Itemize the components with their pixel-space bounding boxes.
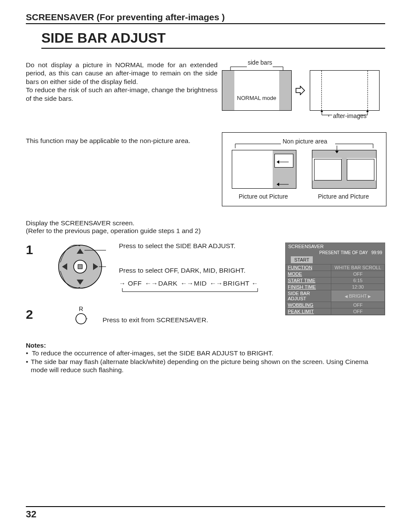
step1-num: 1: [26, 241, 47, 257]
osd-row6-val: OFF: [331, 308, 385, 315]
intro-p1: Do not display a picture in NORMAL mode …: [26, 61, 218, 86]
svg-marker-20: [335, 151, 339, 153]
intro-p2: To reduce the risk of such an after-imag…: [26, 86, 218, 103]
svg-marker-9: [366, 111, 369, 112]
notes-head: Notes:: [26, 342, 385, 349]
display-line2: (Refer to the previous page, operation g…: [26, 227, 385, 235]
diagram-non-picture: Non picture area: [222, 132, 386, 206]
osd-row3-val: 12:30: [331, 284, 385, 290]
text-applicable: This function may be applicable to the n…: [26, 137, 218, 145]
osd-start: START: [291, 256, 313, 263]
arrow-down-small-icon: [334, 146, 339, 154]
arrow-left-small2-icon: [277, 182, 290, 187]
step2-num: 2: [26, 305, 47, 322]
svg-rect-23: [78, 264, 82, 269]
page-number: 32: [26, 506, 385, 520]
arrow-left-small-icon: [277, 159, 290, 165]
cycle-return-icon: [119, 288, 261, 294]
step-1: 1: [26, 241, 271, 294]
section-head: SCREENSAVER (For preventing after-images…: [26, 12, 385, 24]
step-2: 2 R Press to exit from SCREENSAVER.: [26, 305, 271, 327]
osd-row4-label: SIDE BAR ADJUST: [286, 290, 331, 302]
osd-row2-val: 6:15: [331, 277, 385, 284]
label-pop: Picture out Picture: [239, 193, 288, 200]
dpad-icon: [54, 241, 106, 292]
osd-title: SCREENSAVER: [286, 243, 385, 250]
osd-row0-val: WHITE BAR SCROLL: [331, 264, 385, 271]
row-intro: Do not display a picture in NORMAL mode …: [26, 61, 385, 121]
osd-row6-label: PEAK LIMIT: [288, 309, 314, 314]
page-title: SIDE BAR ADJUST: [41, 30, 385, 49]
svg-marker-18: [277, 183, 279, 186]
label-normal-mode: NORMAL mode: [237, 95, 276, 101]
osd-row2-label: START TIME: [288, 278, 315, 283]
step1-line1: Press to select the SIDE BAR ADJUST.: [119, 241, 261, 251]
osd-row3-label: FINISH TIME: [288, 284, 316, 289]
bracket-np-icon: [231, 140, 377, 148]
svg-marker-5: [321, 111, 323, 112]
arrow-right-icon: [295, 86, 305, 95]
osd-table: FUNCTIONWHITE BAR SCROLL MODEOFF START T…: [286, 264, 385, 315]
step1-cycle: → OFF ←→DARK ←→MID ←→BRIGHT ←: [119, 278, 261, 288]
steps-row: 1: [26, 241, 385, 327]
osd-menu: SCREENSAVER PRESENT TIME OF DAY 99:99 ST…: [285, 243, 385, 315]
osd-row1-label: MODE: [288, 271, 302, 277]
diagram-sidebars: side bars NORMAL mode: [218, 61, 385, 121]
osd-row5-val: OFF: [331, 302, 385, 308]
label-pap: Picture and Picture: [318, 193, 369, 200]
page: SCREENSAVER (For preventing after-images…: [0, 0, 411, 532]
osd-col: SCREENSAVER PRESENT TIME OF DAY 99:99 ST…: [271, 241, 385, 327]
svg-point-30: [76, 314, 86, 324]
r-button-icon: R: [72, 305, 90, 327]
display-line1: Display the SCREENSAVER screen.: [26, 219, 385, 227]
row-applicable: This function may be applicable to the n…: [26, 125, 385, 206]
svg-marker-16: [277, 160, 279, 164]
notes: •To reduce the occurrence of after-image…: [26, 349, 385, 374]
osd-row1-val: OFF: [331, 271, 385, 277]
osd-row0-label: FUNCTION: [288, 265, 312, 270]
step2-line: Press to exit from SCREENSAVER.: [103, 315, 208, 325]
label-after-images: after-images: [333, 112, 367, 119]
osd-row4-val: ◀ BRIGHT ▶: [331, 290, 385, 302]
osd-present-label: PRESENT TIME OF DAY: [319, 250, 368, 255]
step1-line2: Press to select OFF, DARK, MID, BRIGHT.: [119, 265, 261, 275]
note-2: The side bar may flash (alternate black/…: [31, 358, 385, 375]
osd-row5-label: WOBBLING: [288, 302, 313, 308]
display-instruction: Display the SCREENSAVER screen. (Refer t…: [26, 219, 385, 235]
osd-present-val: 99:99: [371, 250, 382, 255]
intro-text: Do not display a picture in NORMAL mode …: [26, 61, 218, 121]
note-1: To reduce the occurrence of after-images…: [32, 349, 274, 358]
